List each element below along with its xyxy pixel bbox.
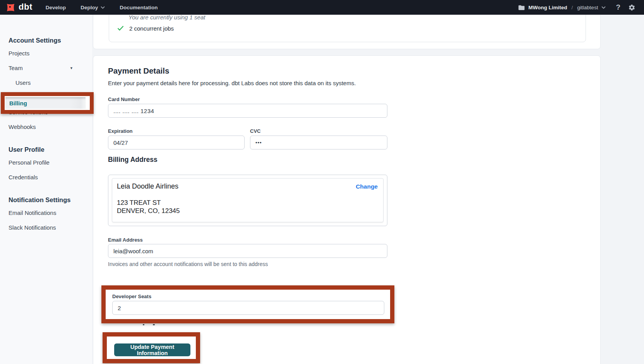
top-navbar: dbt Develop Deploy Documentation MWong L… (0, 0, 644, 15)
cvc-label: CVC (250, 128, 260, 134)
dbt-logo-icon (5, 2, 16, 13)
developer-seats-input[interactable] (112, 301, 384, 315)
dbt-logo[interactable]: dbt (5, 2, 33, 13)
sidebar-item-credentials[interactable]: Credentials (0, 170, 92, 185)
sidebar-heading-notification-settings: Notification Settings (0, 194, 92, 206)
sidebar-item-slack-notifications[interactable]: Slack Notifications (0, 220, 92, 235)
payment-details-description: Enter your payment details here for proc… (108, 80, 356, 86)
sidebar-item-projects[interactable]: Projects (0, 46, 92, 61)
seat-usage-card: You are currently using 1 seat 2 concurr… (93, 15, 601, 49)
nav-develop[interactable]: Develop (46, 5, 66, 10)
sidebar-item-users[interactable]: Users (0, 76, 92, 90)
annotation-box-developer-seats: Developer Seats (101, 285, 394, 323)
annotation-box-update-button: Update Payment Information (103, 332, 200, 363)
dbt-logo-text: dbt (19, 3, 33, 11)
account-name: MWong Limited (528, 5, 567, 10)
project-name: gitlabtest (577, 5, 598, 10)
navbar-right: MWong Limited / gitlabtest ? (518, 3, 635, 12)
annotation-box-billing: Billing (1, 92, 94, 114)
billing-address-title: Billing Address (108, 156, 158, 164)
card-number-label: Card Number (108, 96, 140, 102)
sidebar-item-personal-profile[interactable]: Personal Profile (0, 155, 92, 170)
card-number-input[interactable] (108, 104, 387, 118)
clipped-text-fragment (143, 324, 144, 325)
email-address-label: Email Address (108, 237, 143, 243)
folder-icon (518, 5, 525, 10)
check-icon (117, 26, 124, 33)
sidebar-item-email-notifications[interactable]: Email Notifications (0, 206, 92, 220)
app-window: dbt Develop Deploy Documentation MWong L… (0, 0, 644, 364)
breadcrumb-separator: / (572, 5, 573, 10)
billing-address-name: Leia Doodle Airlines (117, 182, 379, 191)
concurrent-jobs-text: 2 concurrent jobs (129, 25, 174, 32)
sidebar-item-webhooks[interactable]: Webhooks (0, 120, 92, 134)
billing-address-inner-card: Leia Doodle Airlines Change 123 TREAT ST… (112, 178, 384, 222)
seat-usage-inner-card: You are currently using 1 seat 2 concurr… (109, 15, 586, 42)
caret-down-icon: ▼ (70, 61, 73, 76)
sidebar-item-billing-label: Billing (9, 100, 27, 106)
seat-usage-note: You are currently using 1 seat (128, 15, 205, 21)
nav-documentation[interactable]: Documentation (120, 5, 158, 10)
expiration-label: Expiration (108, 128, 133, 134)
help-icon[interactable]: ? (616, 3, 620, 12)
primary-nav: Develop Deploy Documentation (46, 5, 158, 10)
sidebar-item-billing[interactable]: Billing (5, 97, 86, 109)
settings-sidebar: Account Settings Projects Team ▼ Users S… (0, 15, 92, 364)
account-project-selector[interactable]: MWong Limited / gitlabtest (518, 5, 606, 10)
update-payment-button[interactable]: Update Payment Information (114, 343, 190, 356)
cvc-input[interactable] (250, 136, 387, 149)
change-address-link[interactable]: Change (356, 183, 378, 190)
sidebar-heading-user-profile: User Profile (0, 144, 92, 155)
clipped-text-fragment (153, 324, 155, 325)
chevron-down-icon (601, 6, 606, 9)
nav-deploy[interactable]: Deploy (80, 5, 105, 10)
payment-details-title: Payment Details (108, 66, 169, 76)
sidebar-item-team[interactable]: Team ▼ (0, 61, 92, 76)
billing-address-line1: 123 TREAT ST (117, 199, 379, 207)
billing-address-line2: DENVER, CO, 12345 (117, 207, 379, 215)
chevron-down-icon (101, 6, 105, 9)
gear-icon[interactable] (628, 4, 635, 11)
expiration-input[interactable] (108, 136, 245, 149)
sidebar-heading-account-settings: Account Settings (0, 34, 92, 46)
email-helper-text: Invoices and other account notifications… (108, 261, 268, 267)
billing-address-box: Leia Doodle Airlines Change 123 TREAT ST… (108, 175, 387, 226)
email-address-input[interactable] (108, 244, 387, 258)
developer-seats-label: Developer Seats (112, 294, 151, 299)
